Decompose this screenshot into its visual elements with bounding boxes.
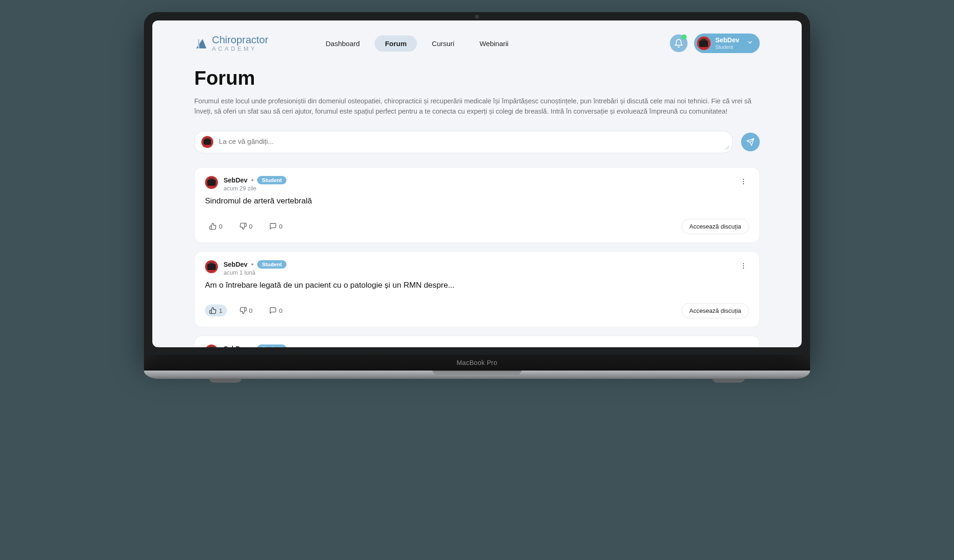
logo-line1: Chiropractor <box>212 35 268 45</box>
main-nav: Dashboard Forum Cursuri Webinarii <box>315 35 519 52</box>
svg-point-6 <box>743 183 744 184</box>
thumbs-up-icon <box>209 307 217 314</box>
laptop-base <box>144 371 810 379</box>
like-button[interactable]: 0 <box>205 220 227 232</box>
post-menu-button[interactable] <box>738 344 749 347</box>
user-chip-text: SebDev Student <box>716 37 739 49</box>
send-button[interactable] <box>741 133 760 151</box>
app-viewport: Chiropractor ACADEMY Dashboard Forum Cur… <box>152 20 802 347</box>
base-notch <box>433 371 521 375</box>
laptop-frame: Chiropractor ACADEMY Dashboard Forum Cur… <box>144 12 810 383</box>
post-list: SebDev • Student acum 29 zile Sindromul … <box>194 167 760 347</box>
thumbs-down-icon <box>239 223 247 230</box>
like-count: 1 <box>219 307 223 314</box>
post-menu-button[interactable] <box>738 260 749 273</box>
post-title: Sindromul de arteră vertebrală <box>205 196 749 206</box>
logo-line2: ACADEMY <box>212 46 268 52</box>
notification-indicator <box>681 34 687 40</box>
nav-webinars[interactable]: Webinarii <box>469 35 518 52</box>
nav-forum[interactable]: Forum <box>375 35 417 52</box>
post-author: SebDev <box>224 261 247 268</box>
post-header: SebDev • Student acum 29 zile <box>205 176 749 192</box>
logo-mark-icon <box>194 36 208 50</box>
chevron-down-icon <box>747 39 753 47</box>
comment-count: 0 <box>279 307 283 314</box>
more-vert-icon <box>740 178 747 185</box>
like-count: 0 <box>219 223 223 230</box>
post-author: SebDev <box>224 176 247 184</box>
screen-viewport: Chiropractor ACADEMY Dashboard Forum Cur… <box>152 20 802 347</box>
dislike-button[interactable]: 0 <box>235 304 257 317</box>
role-badge: Student <box>257 176 286 184</box>
svg-point-8 <box>743 265 744 266</box>
post-header: SebDev • Student acum 1 lună <box>205 344 749 347</box>
textarea-resize-handle-icon[interactable] <box>725 145 729 150</box>
separator-dot: • <box>251 176 253 184</box>
avatar <box>697 36 711 50</box>
post-author: SebDev <box>224 345 247 347</box>
notifications-button[interactable] <box>670 34 688 52</box>
svg-point-9 <box>743 268 744 269</box>
user-name: SebDev <box>716 37 739 44</box>
role-badge: Student <box>257 260 286 269</box>
more-vert-icon <box>740 262 747 270</box>
screen-bezel: Chiropractor ACADEMY Dashboard Forum Cur… <box>144 12 810 355</box>
post-timestamp: acum 1 lună <box>224 270 286 276</box>
send-icon <box>746 138 755 146</box>
view-thread-button[interactable]: Accesează discuția <box>681 219 749 234</box>
post-card: SebDev • Student acum 1 lună Am o întreb… <box>194 251 760 327</box>
dislike-button[interactable]: 0 <box>235 220 257 232</box>
thumbs-up-icon <box>209 223 217 230</box>
nav-dashboard[interactable]: Dashboard <box>315 35 370 52</box>
separator-dot: • <box>251 261 253 268</box>
camera-dot <box>475 15 479 19</box>
dislike-count: 0 <box>249 307 253 314</box>
post-title: Am o întrebare legată de un pacient cu o… <box>205 281 749 290</box>
laptop-hinge: MacBook Pro <box>144 355 810 371</box>
post-card: SebDev • Student acum 1 lună Osteopatie … <box>194 336 760 347</box>
nav-courses[interactable]: Cursuri <box>422 35 464 52</box>
device-label: MacBook Pro <box>457 359 497 366</box>
page-subtitle: Forumul este locul unde profesioniștii d… <box>194 96 760 117</box>
comment-icon <box>269 307 277 314</box>
brand-logo[interactable]: Chiropractor ACADEMY <box>194 35 287 52</box>
composer-input[interactable] <box>219 137 726 147</box>
user-role: Student <box>716 44 739 50</box>
separator-dot: • <box>251 345 253 347</box>
bell-icon <box>674 39 683 48</box>
user-menu[interactable]: SebDev Student <box>694 34 760 53</box>
view-thread-button[interactable]: Accesează discuția <box>681 303 749 318</box>
app-header: Chiropractor ACADEMY Dashboard Forum Cur… <box>194 30 760 64</box>
post-header: SebDev • Student acum 1 lună <box>205 260 749 276</box>
svg-point-4 <box>743 179 744 180</box>
avatar <box>205 344 218 347</box>
post-footer: 1 0 0 Accese <box>205 303 749 318</box>
post-composer <box>194 131 760 153</box>
avatar <box>205 260 218 273</box>
dislike-count: 0 <box>249 223 253 230</box>
post-card: SebDev • Student acum 29 zile Sindromul … <box>194 167 760 243</box>
logo-text: Chiropractor ACADEMY <box>212 35 268 52</box>
comments-button[interactable]: 0 <box>265 220 287 232</box>
svg-point-5 <box>743 181 744 182</box>
comment-count: 0 <box>279 223 283 230</box>
post-timestamp: acum 29 zile <box>224 185 286 192</box>
role-badge: Student <box>257 344 286 347</box>
comment-icon <box>269 223 277 230</box>
page-title: Forum <box>194 67 760 89</box>
post-footer: 0 0 0 Accese <box>205 219 749 234</box>
svg-point-7 <box>743 263 744 264</box>
post-menu-button[interactable] <box>738 176 749 189</box>
avatar <box>201 136 213 148</box>
more-vert-icon <box>740 346 747 347</box>
header-right: SebDev Student <box>670 34 760 53</box>
avatar <box>205 176 218 189</box>
thumbs-down-icon <box>239 307 247 314</box>
composer-box[interactable] <box>194 131 733 153</box>
comments-button[interactable]: 0 <box>265 304 287 317</box>
like-button[interactable]: 1 <box>205 304 227 317</box>
